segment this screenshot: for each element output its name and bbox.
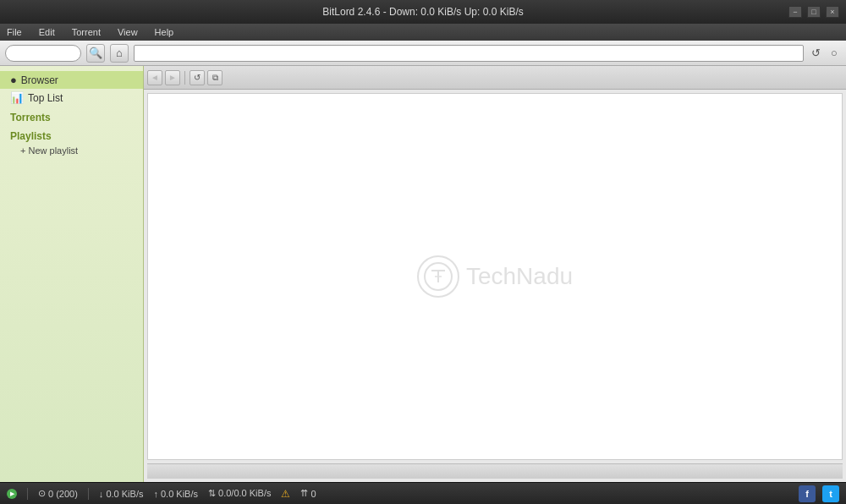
nav-separator	[184, 71, 185, 85]
refresh-icon[interactable]: ↺	[809, 47, 822, 60]
nav-forward-button[interactable]: ►	[165, 70, 180, 85]
toplist-icon: 📊	[10, 91, 24, 104]
status-queue: ⊙ 0 (200)	[38, 488, 78, 499]
status-right: f t	[799, 485, 839, 502]
browser-content: TechNadu	[147, 93, 843, 460]
twitter-button[interactable]: t	[822, 485, 839, 502]
share-count: 0	[310, 489, 316, 499]
home-button[interactable]: ⌂	[110, 44, 129, 63]
status-bar: ▶ ⊙ 0 (200) ↓ 0.0 KiB/s ↑ 0.0 KiB/s ⇅ 0.…	[0, 482, 846, 504]
queue-icon: ⊙	[38, 488, 46, 499]
nav-back-button[interactable]: ◄	[147, 70, 162, 85]
status-sep-2	[88, 488, 89, 500]
search-input[interactable]	[5, 45, 81, 62]
browser-panel: ◄ ► ↺ ⧉ TechNadu	[144, 66, 846, 482]
status-down: ↓ 0.0 KiB/s	[99, 489, 144, 499]
watermark-logo-circle	[417, 255, 459, 298]
menu-bar: File Edit Torrent View Help	[0, 24, 846, 41]
sidebar: ● Browser 📊 Top List Torrents Playlists …	[0, 66, 144, 482]
new-playlist-label: + New playlist	[20, 145, 78, 156]
browser-nav: ◄ ► ↺ ⧉	[144, 66, 846, 90]
queue-count: 0 (200)	[48, 489, 78, 499]
status-up: ↑ 0.0 KiB/s	[153, 489, 198, 499]
title-bar: BitLord 2.4.6 - Down: 0.0 KiB/s Up: 0.0 …	[0, 0, 846, 24]
browser-icon: ●	[10, 74, 17, 86]
maximize-button[interactable]: □	[807, 6, 821, 18]
watermark-nadu: Nadu	[516, 263, 573, 289]
watermark-tech: Tech	[466, 263, 516, 289]
up-speed: ↑ 0.0 KiB/s	[153, 489, 198, 499]
status-share: ⇈ 0	[300, 488, 316, 499]
warning-icon: ⚠	[281, 488, 290, 500]
transfer-speed: ⇅ 0.0/0.0 KiB/s	[208, 488, 271, 499]
menu-torrent[interactable]: Torrent	[69, 27, 104, 37]
status-transfer: ⇅ 0.0/0.0 KiB/s	[208, 488, 271, 499]
sidebar-toplist-label: Top List	[28, 92, 63, 104]
status-warning: ⚠	[281, 488, 290, 500]
browser-bottom-bar	[147, 463, 843, 479]
sidebar-browser-label: Browser	[21, 74, 58, 86]
search-button[interactable]: 🔍	[86, 44, 105, 63]
nav-copy-button[interactable]: ⧉	[207, 70, 222, 85]
main-layout: ● Browser 📊 Top List Torrents Playlists …	[0, 66, 846, 482]
nav-refresh-button[interactable]: ↺	[190, 70, 205, 85]
app-title: BitLord 2.4.6 - Down: 0.0 KiB/s Up: 0.0 …	[322, 6, 523, 18]
down-speed: ↓ 0.0 KiB/s	[99, 489, 144, 499]
minimize-button[interactable]: −	[788, 6, 802, 18]
sidebar-torrents-header: Torrents	[0, 107, 143, 125]
menu-edit[interactable]: Edit	[36, 27, 58, 37]
watermark-text: TechNadu	[466, 263, 573, 290]
sidebar-item-browser[interactable]: ● Browser	[0, 71, 143, 89]
status-sep-1	[27, 488, 28, 500]
share-icon: ⇈	[300, 488, 308, 499]
url-bar[interactable]: about:blank	[134, 45, 804, 62]
sidebar-item-toplist[interactable]: 📊 Top List	[0, 89, 143, 107]
watermark: TechNadu	[417, 255, 573, 298]
play-icon: ▶	[7, 489, 17, 499]
sidebar-playlists-header: Playlists	[0, 125, 143, 144]
window-controls: − □ ×	[788, 6, 839, 18]
status-play: ▶	[7, 489, 17, 499]
menu-file[interactable]: File	[3, 27, 25, 37]
sidebar-new-playlist[interactable]: + New playlist	[0, 144, 143, 157]
facebook-button[interactable]: f	[799, 485, 816, 502]
menu-help[interactable]: Help	[151, 27, 178, 37]
toolbar: 🔍 ⌂ about:blank ↺ ○	[0, 41, 846, 66]
close-button[interactable]: ×	[826, 6, 839, 18]
stop-icon[interactable]: ○	[827, 47, 841, 60]
menu-view[interactable]: View	[114, 27, 141, 37]
